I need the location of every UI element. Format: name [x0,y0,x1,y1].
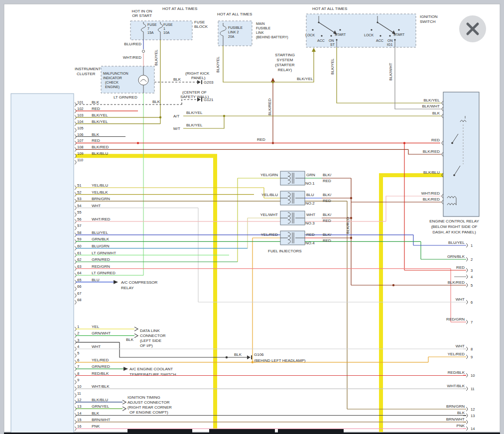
pin-number: 7 [77,364,79,369]
g203-loc-1: (RIGHT KICK [185,71,210,76]
pin-wire-label: WHT/RED [92,217,111,221]
pin-wire-label: GRN/RED [92,364,110,369]
injector-number: NO.1 [305,181,315,186]
relay-input-label: BLK/BLU [423,170,440,175]
injector-number: NO.3 [305,221,315,225]
injector-input-label: YEL/WHT [260,213,278,217]
ign-left-st: ST [330,43,335,46]
wire-blk-yel: BLK/YEL [186,110,203,115]
fuse1-line3: 10A [163,31,170,34]
relay-input-label: BLK/YEL [424,98,440,103]
pin-number: 62 [77,257,81,262]
label-hot-in-on-2: OR START [132,13,152,18]
splice-label: RED [323,238,331,243]
pin-wire-label: WHT [92,344,101,349]
pin-wire-label: BRN/GRN [92,197,110,201]
pin-number: 101 [77,100,84,105]
pin-number: 68 [77,298,81,302]
injector-output-label: WHT [306,213,315,217]
pin-number: 52 [77,190,81,195]
dlc-4: OF I/P) [140,343,153,348]
ign-left-on: ON [329,39,334,42]
pin-wire-label: RED [92,107,100,111]
ac-comp-1: A/C COMPRESSOR [121,280,158,285]
injector-number: NO.4 [305,241,315,245]
coolant-2: TEMPERATURE SWITCH [129,372,176,377]
wire-blk: BLK [173,77,181,82]
pin-number: 2 [471,257,473,262]
wire-blk-yel: BLK/YEL [297,77,313,81]
pin-number: 61 [77,251,81,255]
g121-loc-1: (CENTER OF [182,90,207,95]
pin-number: 1 [77,325,79,329]
pin-number: 110 [77,158,83,162]
g203-loc-2: PANEL) [191,76,206,80]
pin-number: 12 [471,407,475,412]
pin-wire-label: WHT/BLK [92,384,110,389]
wire-blk-wht: BLK/WHT [388,63,393,81]
ign-right-acc: ACC [376,39,383,42]
wire-blk-yel: BLK/YEL [186,123,203,127]
pin-number: 53 [77,197,81,201]
splice-label: BLK/ [323,213,332,217]
pin-number: 5 [471,283,473,288]
wire-wht-red: WHT/RED [123,55,142,60]
pin-number: 1 [471,243,473,248]
splice-label: RED [323,179,331,183]
pin-number: 55 [77,210,81,215]
g203-label: G203 [204,80,214,85]
splice-label: RED [323,218,331,223]
pin-wire-label: YEL/RED [92,358,109,362]
pin-number: 9 [77,378,79,382]
pin-number: 63 [77,264,81,269]
pin-wire-label: BRN/WHT [92,418,110,422]
pin-number: 15 [77,418,81,422]
pin-wire-label: RED [456,265,465,270]
pin-wire-label: RED [92,138,100,143]
wire-blk: BLK [152,100,160,104]
pin-number: 54 [77,204,81,208]
pin-wire-label: PNK [92,424,100,429]
pin-wire-label: YEL/BLK [92,190,108,195]
splice-label: BLK/ [323,173,332,177]
fusible-link-line3: 20A [228,35,235,38]
wire-blu-red: BLU/RED [124,42,141,46]
pin-wire-label: BRN/GRN [446,404,465,409]
label-instrument-1: INSTRUMENT [75,67,101,71]
pin-number: 12 [77,398,81,402]
pin-wire-label: BLK/BLU [92,398,108,402]
fuse1-line2: 1 [163,27,165,30]
wire-red: RED [257,137,265,142]
pin-wire-label: BLK [457,411,465,415]
pin-wire-label: BLK [92,132,100,137]
pin-number: 65 [77,278,81,282]
pin-wire-label: RED/GRN [92,264,110,269]
pin-wire-label: BLK/RED [448,280,465,285]
ign-right-ig1: IG1 [387,43,392,46]
wire-blk-yel: BLK/YEL [154,49,158,66]
injector-number: NO.2 [305,201,315,206]
label-ignition-switch-2: SWITCH [420,19,436,24]
fuse7-line3: 15A [147,31,154,34]
pin-number: 11 [471,387,475,391]
wire-blk-yel: BLK/YEL [330,58,335,75]
wire-mt: M/T [173,126,180,131]
close-button[interactable] [459,15,486,42]
coolant-1: A/C ENGINE COOLANT [129,367,173,371]
pin-number: 13 [471,414,475,418]
wiring-diagram: HOT IN ON OR START HOT AT ALL TIMES HOT … [0,0,504,434]
ign-left-start: START [335,33,346,36]
ign-right-lock: LOCK [364,33,374,37]
pin-wire-label: BLK/BLU [92,151,108,156]
pin-wire-label: BRN/WHT [446,417,465,422]
relay-input-label: RED [431,138,440,142]
pin-number: 13 [77,404,81,409]
pin-number: 59 [77,237,81,241]
injector-output-label: RED [306,232,315,237]
pin-number: 9 [471,355,473,359]
pin-number: 16 [77,424,81,429]
pin-wire-label: GRN/BLK [92,237,110,241]
pin-number: 11 [77,391,81,396]
wire-blk-yel: BLK/YEL [216,56,220,73]
wire-blk: BLK [126,337,134,342]
